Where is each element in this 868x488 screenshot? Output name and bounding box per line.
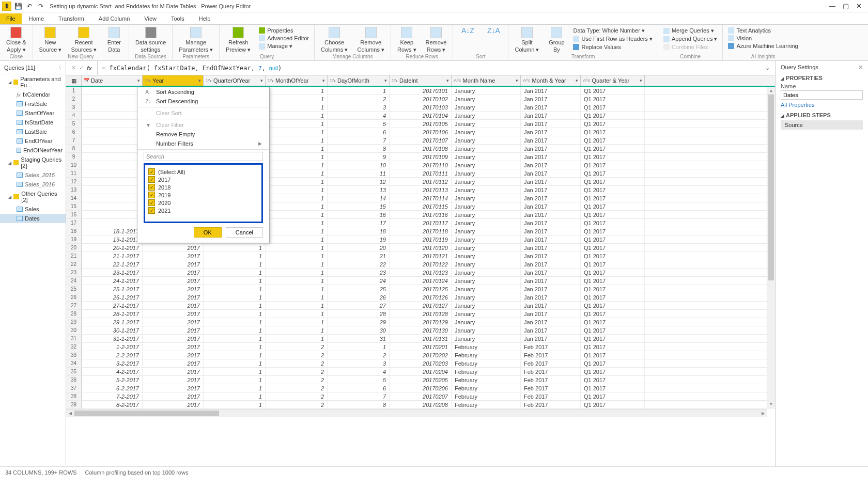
group-by-button[interactable]: GroupBy <box>546 26 567 54</box>
append-queries-button[interactable]: Append Queries ▾ <box>662 35 719 43</box>
minimize-button[interactable]: — <box>829 2 835 10</box>
cancel-formula-icon[interactable]: ✕ <box>71 65 76 71</box>
recent-sources-button[interactable]: RecentSources ▾ <box>69 26 98 54</box>
merge-queries-button[interactable]: Merge Queries ▾ <box>662 27 719 35</box>
table-row[interactable]: 343-2-2017201712320170203FebruaryFeb 201… <box>66 359 775 368</box>
filter-cancel-button[interactable]: Cancel <box>226 227 263 238</box>
table-row[interactable]: 2323-1-20172017112320170123JanuaryJan 20… <box>66 269 775 277</box>
choose-columns-button[interactable]: ChooseColumns ▾ <box>319 26 350 54</box>
fx-icon[interactable]: fx <box>87 65 92 71</box>
table-row[interactable]: 3131-1-20172017113120170131JanuaryJan 20… <box>66 335 775 343</box>
query-item-fxstartdate[interactable]: fxStartDate <box>0 118 66 127</box>
column-header-date[interactable]: 📅Date▾ <box>82 75 143 86</box>
first-row-headers-button[interactable]: Use First Row as Headers ▾ <box>572 35 653 43</box>
table-row[interactable]: 332-2-2017201712220170202FebruaryFeb 201… <box>66 351 775 359</box>
filter-ok-button[interactable]: OK <box>194 227 222 238</box>
close-settings-icon[interactable]: ✕ <box>858 64 863 71</box>
query-name-input[interactable] <box>781 90 863 100</box>
redo-icon[interactable]: ↷ <box>36 2 45 11</box>
combine-files-button[interactable]: Combine Files <box>662 43 719 51</box>
file-tab[interactable]: File <box>0 13 22 24</box>
applied-step-source[interactable]: Source <box>781 120 863 130</box>
table-row[interactable]: 2020-1-20172017112020170120JanuaryJan 20… <box>66 244 775 252</box>
close-apply-button[interactable]: Close &Apply ▾ <box>4 26 28 54</box>
expand-formula-icon[interactable]: ⌄ <box>760 65 775 71</box>
tab-transform[interactable]: Transform <box>51 13 91 24</box>
select-all-cell[interactable]: ▦ <box>66 75 82 86</box>
table-row[interactable]: 398-2-2017201712820170208FebruaryFeb 201… <box>66 401 775 409</box>
formula-text[interactable]: = fxCalendar( fxStartDate, EndOfNextYear… <box>98 65 760 72</box>
manage-parameters-button[interactable]: ManageParameters ▾ <box>177 26 215 54</box>
sort-descending-item[interactable]: Z↓Sort Descending <box>137 97 269 106</box>
sort-desc-button[interactable]: Z↓A <box>483 26 504 36</box>
table-row[interactable]: 2929-1-20172017112920170129JanuaryJan 20… <box>66 318 775 326</box>
data-source-settings-button[interactable]: Data sourcesettings <box>133 26 168 54</box>
vertical-scrollbar[interactable]: ▲▼ <box>767 87 775 408</box>
table-row[interactable]: 376-2-2017201712620170206FebruaryFeb 201… <box>66 384 775 392</box>
maximize-button[interactable]: ▢ <box>843 2 849 10</box>
column-header-dateint[interactable]: 1²₃DateInt▾ <box>390 75 452 86</box>
column-header-dayofmonth[interactable]: 1²₃DayOfMonth▾ <box>328 75 390 86</box>
sort-ascending-item[interactable]: A↓Sort Ascending <box>137 87 269 97</box>
all-properties-link[interactable]: All Properties <box>781 102 814 108</box>
column-header-monthyear[interactable]: AᴮcMonth & Year▾ <box>521 75 581 86</box>
undo-icon[interactable]: ↶ <box>25 2 34 11</box>
table-row[interactable]: 2525-1-20172017112520170125JanuaryJan 20… <box>66 285 775 293</box>
query-item-endofyear[interactable]: EndOfYear <box>0 136 66 146</box>
tab-view[interactable]: View <box>137 13 164 24</box>
text-analytics-button[interactable]: Text Analytics <box>727 27 799 34</box>
table-row[interactable]: 2828-1-20172017112820170128JanuaryJan 20… <box>66 310 775 318</box>
column-header-quarterofyear[interactable]: 1²₃QuarterOfYear▾ <box>204 75 266 86</box>
column-header-monthofyear[interactable]: 1²₃MonthOfYear▾ <box>266 75 328 86</box>
column-header-monthname[interactable]: AᴮcMonth Name▾ <box>452 75 521 86</box>
table-row[interactable]: 387-2-2017201712720170207FebruaryFeb 201… <box>66 392 775 401</box>
vision-button[interactable]: Vision <box>727 35 799 42</box>
new-source-button[interactable]: NewSource ▾ <box>37 26 64 54</box>
applied-steps-section[interactable]: ◢APPLIED STEPS <box>781 112 863 118</box>
enter-data-button[interactable]: EnterData <box>104 26 125 54</box>
table-row[interactable]: 365-2-2017201712520170205FebruaryFeb 201… <box>66 376 775 384</box>
column-header-quarteryear[interactable]: AᴮcQuarter & Year▾ <box>581 75 645 86</box>
tab-tools[interactable]: Tools <box>164 13 192 24</box>
query-group-parameters[interactable]: ◢Parameters and Fu… <box>0 74 66 90</box>
commit-formula-icon[interactable]: ✓ <box>79 65 84 71</box>
table-row[interactable]: 2222-1-20172017112220170122JanuaryJan 20… <box>66 260 775 269</box>
filter-check-selectall[interactable]: ✓(Select All) <box>147 168 259 176</box>
column-header-year[interactable]: 1²₃Year▾ <box>143 75 204 86</box>
filter-check-2018[interactable]: ✓2018 <box>147 183 259 191</box>
filter-search-input[interactable]: Search <box>144 152 263 161</box>
query-item-firstsale[interactable]: FirstSale <box>0 99 66 108</box>
query-item-startofyear[interactable]: StartOfYear <box>0 108 66 118</box>
keep-rows-button[interactable]: KeepRows ▾ <box>395 26 419 54</box>
table-row[interactable]: 2424-1-20172017112420170124JanuaryJan 20… <box>66 277 775 285</box>
table-row[interactable]: 2727-1-20172017112720170127JanuaryJan 20… <box>66 302 775 310</box>
refresh-preview-button[interactable]: RefreshPreview ▾ <box>224 26 253 54</box>
collapse-queries-icon[interactable]: 〈 <box>56 64 61 71</box>
properties-button[interactable]: Properties <box>258 27 310 34</box>
remove-rows-button[interactable]: RemoveRows ▾ <box>424 26 449 54</box>
remove-columns-button[interactable]: RemoveColumns ▾ <box>355 26 386 54</box>
query-item-sales_2015[interactable]: Sales_2015 <box>0 170 66 180</box>
data-type-dropdown[interactable]: Data Type: Whole Number ▾ <box>572 27 653 35</box>
query-item-sales_2016[interactable]: Sales_2016 <box>0 180 66 189</box>
properties-section[interactable]: ◢PROPERTIES <box>781 75 863 81</box>
tab-add-column[interactable]: Add Column <box>91 13 137 24</box>
table-row[interactable]: 354-2-2017201712420170204FebruaryFeb 201… <box>66 368 775 376</box>
close-button[interactable]: ✕ <box>856 2 862 10</box>
table-row[interactable]: 2121-1-20172017112120170121JanuaryJan 20… <box>66 252 775 260</box>
filter-check-2019[interactable]: ✓2019 <box>147 191 259 199</box>
filter-check-2021[interactable]: ✓2021 <box>147 207 259 214</box>
remove-empty-item[interactable]: Remove Empty <box>137 130 269 139</box>
table-row[interactable]: 3030-1-20172017113020170130JanuaryJan 20… <box>66 326 775 335</box>
filter-check-2020[interactable]: ✓2020 <box>147 199 259 207</box>
query-item-endofnextyear[interactable]: EndOfNextYear <box>0 146 66 155</box>
query-item-sales[interactable]: Sales <box>0 204 66 214</box>
query-item-fxcalendar[interactable]: fxfxCalendar <box>0 90 66 99</box>
number-filters-item[interactable]: Number Filters▶ <box>137 139 269 148</box>
tab-home[interactable]: Home <box>22 13 51 24</box>
query-group-staging[interactable]: ◢Staging Queries [2] <box>0 155 66 170</box>
query-item-lastsale[interactable]: LastSale <box>0 127 66 136</box>
split-column-button[interactable]: SplitColumn ▾ <box>513 26 541 54</box>
query-item-dates[interactable]: Dates <box>0 214 66 223</box>
azure-ml-button[interactable]: Azure Machine Learning <box>727 42 799 50</box>
